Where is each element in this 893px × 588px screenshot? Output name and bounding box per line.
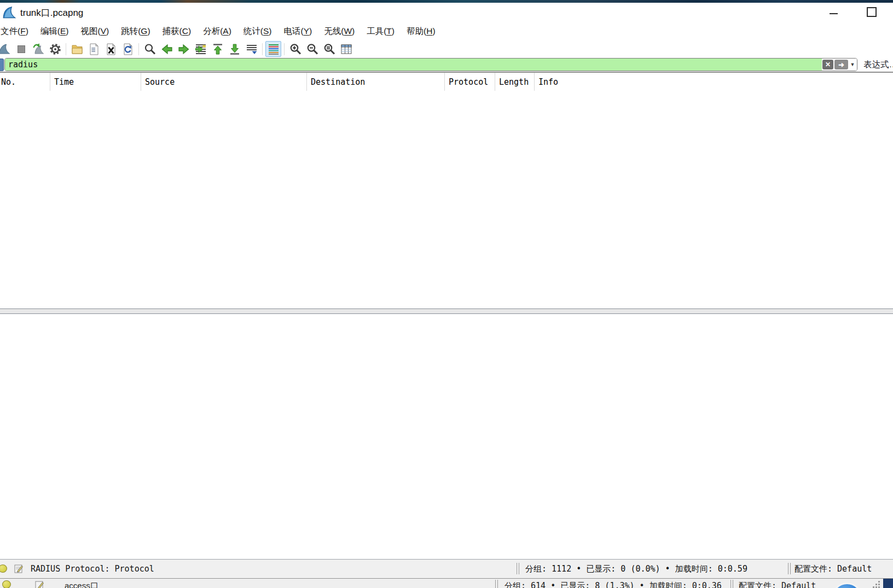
- filter-dropdown-caret[interactable]: ▼: [848, 59, 857, 71]
- open-file-button[interactable]: [69, 41, 85, 57]
- menu-tools[interactable]: 工具(T): [361, 24, 401, 40]
- toolbar-separator: [284, 43, 285, 55]
- menu-go[interactable]: 跳转(G): [115, 24, 156, 40]
- packet-details-pane: [0, 314, 893, 559]
- magnifier-icon: [143, 43, 156, 56]
- stop-capture-button[interactable]: [13, 41, 29, 57]
- column-header-protocol[interactable]: Protocol: [445, 73, 495, 91]
- menu-telephony[interactable]: 电话(Y): [278, 24, 318, 40]
- auto-scroll-button[interactable]: [243, 41, 259, 57]
- chevron-down-icon: ▼: [850, 62, 855, 67]
- menu-edit[interactable]: 编辑(E): [34, 24, 75, 40]
- colorize-packets-button[interactable]: [265, 41, 281, 57]
- status-separator: [517, 563, 519, 574]
- go-to-packet-button[interactable]: [193, 41, 208, 57]
- capture-options-button[interactable]: [47, 41, 63, 57]
- folder-icon: [71, 43, 84, 56]
- zoom-original-icon: [323, 43, 336, 56]
- column-header-length[interactable]: Length: [495, 73, 535, 91]
- menu-capture[interactable]: 捕获(C): [156, 24, 198, 40]
- background-window-corner: [883, 579, 893, 588]
- display-filter-input[interactable]: radius: [5, 59, 822, 71]
- clear-filter-button[interactable]: ✕: [822, 60, 833, 69]
- go-back-button[interactable]: [159, 41, 175, 57]
- menu-help[interactable]: 帮助(H): [401, 24, 442, 40]
- menu-bar: 文件(F) 编辑(E) 视图(V) 跳转(G) 捕获(C) 分析(A) 统计(S…: [0, 22, 893, 41]
- packet-list-header: No. Time Source Destination Protocol Len…: [0, 73, 893, 91]
- minimize-icon: [830, 13, 838, 14]
- filter-bookmark-icon[interactable]: [0, 59, 4, 71]
- reload-file-button[interactable]: [120, 41, 136, 57]
- main-toolbar: [0, 41, 893, 57]
- arrow-left-icon: [160, 43, 173, 56]
- status-separator: [788, 563, 791, 574]
- close-file-button[interactable]: [103, 41, 119, 57]
- background-packet-stats: 分组: 614 • 已显示: 8 (1.3%) • 加载时间: 0:0.36: [505, 581, 722, 588]
- column-header-no[interactable]: No.: [0, 73, 50, 91]
- reload-document-icon: [121, 43, 135, 56]
- auto-scroll-icon: [245, 43, 258, 56]
- column-header-time[interactable]: Time: [50, 73, 141, 91]
- resize-grip[interactable]: [872, 581, 880, 587]
- status-field-info: RADIUS Protocol: Protocol: [31, 564, 154, 574]
- column-header-source[interactable]: Source: [141, 73, 307, 91]
- arrow-to-bottom-icon: [228, 43, 241, 56]
- zoom-original-button[interactable]: [321, 41, 337, 57]
- title-bar: trunk口.pcapng: [0, 3, 893, 22]
- minimize-button[interactable]: [821, 3, 846, 21]
- packet-list-pane: [0, 91, 893, 308]
- apply-filter-button[interactable]: ➜: [834, 60, 848, 69]
- expression-button[interactable]: 表达式…: [863, 59, 893, 71]
- find-packet-button[interactable]: [142, 41, 158, 57]
- go-to-top-button[interactable]: [210, 41, 225, 57]
- go-to-packet-icon: [194, 43, 207, 56]
- status-packet-stats: 分组: 1112 • 已显示: 0 (0.0%) • 加载时间: 0:0.59: [525, 564, 747, 574]
- wireshark-app-icon: [2, 5, 16, 20]
- capture-comment-icon[interactable]: [35, 580, 44, 588]
- filter-bar: radius ✕ ➜ ▼ 表达式…: [0, 57, 893, 73]
- restart-fin-icon: [32, 43, 45, 56]
- clear-icon: ✕: [825, 61, 831, 68]
- resize-columns-button[interactable]: [338, 41, 354, 57]
- toolbar-separator: [138, 43, 139, 55]
- capture-comment-icon[interactable]: [14, 564, 24, 573]
- maximize-button[interactable]: [859, 3, 884, 21]
- colorize-icon: [267, 43, 280, 56]
- pane-splitter[interactable]: [0, 308, 893, 314]
- window-title: trunk口.pcapng: [20, 7, 83, 19]
- save-file-button[interactable]: [86, 41, 102, 57]
- expert-info-icon[interactable]: [0, 564, 7, 573]
- zoom-in-icon: [289, 43, 302, 56]
- go-to-bottom-button[interactable]: [227, 41, 242, 57]
- zoom-out-icon: [306, 43, 319, 56]
- menu-view[interactable]: 视图(V): [75, 24, 115, 40]
- menu-statistics[interactable]: 统计(S): [237, 24, 278, 40]
- status-separator: [730, 580, 733, 588]
- status-profile[interactable]: 配置文件: Default: [795, 564, 872, 574]
- toolbar-separator: [262, 43, 263, 55]
- expert-info-icon[interactable]: [2, 580, 11, 588]
- menu-file[interactable]: 文件(F): [0, 24, 34, 40]
- resize-columns-icon: [340, 43, 353, 56]
- column-header-info[interactable]: Info: [535, 73, 893, 91]
- zoom-in-button[interactable]: [287, 41, 303, 57]
- menu-wireless[interactable]: 无线(W): [318, 24, 361, 40]
- zoom-out-button[interactable]: [304, 41, 320, 57]
- status-bar: RADIUS Protocol: Protocol 分组: 1112 • 已显示…: [0, 559, 893, 578]
- background-file-label: access口: [65, 581, 98, 588]
- column-header-destination[interactable]: Destination: [307, 73, 445, 91]
- maximize-icon: [867, 7, 877, 17]
- toolbar-separator: [66, 43, 66, 55]
- arrow-to-top-icon: [211, 43, 224, 56]
- go-forward-button[interactable]: [176, 41, 192, 57]
- status-separator: [495, 580, 498, 588]
- background-profile: 配置文件: Default: [739, 581, 816, 588]
- stop-square-icon: [15, 43, 28, 56]
- start-capture-button[interactable]: [0, 41, 12, 57]
- apply-arrow-icon: ➜: [838, 61, 844, 69]
- gear-icon: [49, 43, 62, 56]
- restart-capture-button[interactable]: [30, 41, 46, 57]
- background-window-status-bar: access口 分组: 614 • 已显示: 8 (1.3%) • 加载时间: …: [0, 578, 893, 588]
- menu-analyze[interactable]: 分析(A): [197, 24, 237, 40]
- save-document-icon: [88, 43, 101, 56]
